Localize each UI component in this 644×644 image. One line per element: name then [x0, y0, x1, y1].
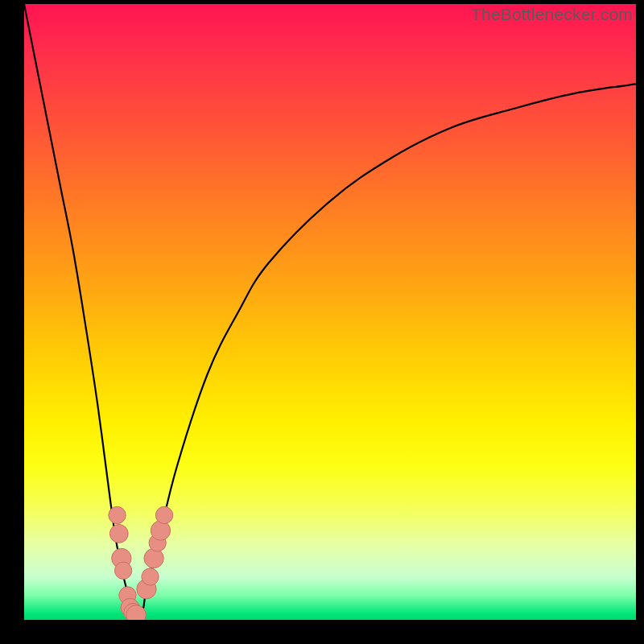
watermark-text: TheBottlenecker.com — [471, 5, 633, 24]
chart-frame: TheBottlenecker.com — [0, 0, 644, 644]
curve-marker — [114, 562, 131, 579]
curve-marker — [155, 506, 172, 523]
curve-marker — [142, 568, 159, 585]
plot-area — [24, 4, 636, 620]
curve-marker — [144, 548, 163, 568]
curve-marker — [109, 525, 128, 543]
curve-layer — [24, 4, 636, 620]
curve-marker — [151, 521, 170, 540]
curve-markers — [109, 506, 173, 620]
curve-marker — [109, 506, 126, 523]
